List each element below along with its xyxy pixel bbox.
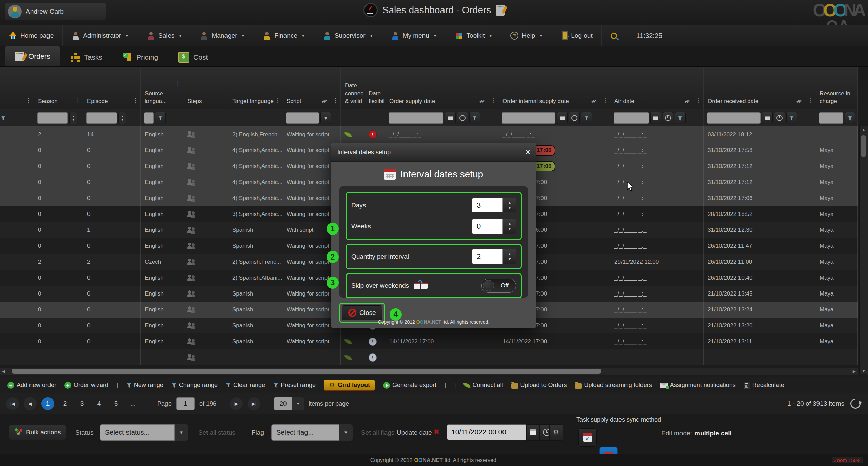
cell-steps[interactable] (183, 142, 228, 158)
cell-steps[interactable] (183, 254, 228, 270)
change-range-button[interactable]: Change range (172, 382, 218, 389)
sync-method-calendar-button[interactable] (578, 428, 597, 447)
column-menu-icon[interactable]: ⋮ (75, 97, 81, 105)
spinner-arrows-icon[interactable]: ▲▼ (503, 219, 516, 234)
refresh-icon[interactable] (848, 397, 863, 411)
funnel-button[interactable] (786, 112, 797, 124)
table-row[interactable]: 2 14 English 2) English,French... Waitin… (0, 126, 858, 142)
page-number-4[interactable]: 4 (93, 400, 105, 407)
cell-steps[interactable] (183, 302, 228, 318)
resource-filter-input[interactable] (819, 112, 843, 124)
source-filter-input[interactable] (144, 112, 154, 124)
recalculate-button[interactable]: Recalculate (744, 382, 784, 389)
skip-weekends-toggle[interactable]: Off (481, 279, 516, 293)
cell-steps[interactable] (183, 158, 228, 174)
column-menu-icon[interactable]: ⋮ (274, 97, 280, 105)
menu-search[interactable] (602, 25, 626, 46)
toggle-knob[interactable] (483, 280, 494, 291)
funnel-button[interactable] (675, 112, 686, 124)
funnel-button[interactable] (581, 112, 592, 124)
cell-steps[interactable] (183, 190, 228, 206)
column-menu-icon[interactable]: ⋮ (695, 97, 701, 105)
weeks-input[interactable]: 0 (472, 219, 503, 234)
table-row[interactable]: ! (0, 349, 858, 365)
column-menu-icon[interactable]: ⋮ (333, 97, 338, 105)
spinner-buttons[interactable]: ▲▼ (118, 112, 126, 124)
cell-steps[interactable] (183, 318, 228, 333)
scroll-down-icon[interactable]: ▼ (860, 369, 868, 373)
page-number-1[interactable]: 1 (41, 397, 54, 410)
header-script[interactable]: Script✔✔⋮ (282, 67, 341, 109)
calendar-button[interactable] (762, 112, 773, 124)
menu-my-menu[interactable]: My menu▼ (382, 25, 446, 46)
dialog-title-bar[interactable]: Interval dates setup × (331, 143, 536, 162)
date-settings-button[interactable]: ⚙ (549, 424, 563, 441)
spinner-buttons[interactable]: ▲▼ (69, 112, 77, 124)
calendar-button[interactable] (650, 112, 661, 124)
scroll-up-icon[interactable]: ▲ (860, 128, 868, 132)
header-date-flexibility[interactable]: Date flexibil (364, 67, 385, 109)
dropdown-button[interactable]: ▼ (320, 112, 331, 124)
header-season[interactable]: Season⋮ (34, 67, 83, 109)
column-menu-icon[interactable]: ⋮ (807, 97, 813, 105)
bulk-actions-button[interactable]: Bulk actions (9, 425, 66, 440)
header-selector[interactable]: ⋮ (8, 67, 34, 109)
items-per-page-select[interactable]: 20▼ (274, 397, 304, 410)
close-icon[interactable]: × (526, 148, 530, 157)
cell-steps[interactable] (183, 238, 228, 254)
received-filter-input[interactable] (707, 112, 761, 124)
table-row[interactable]: 0 0 English Spanish Waiting for script !… (0, 333, 858, 349)
funnel-button[interactable] (155, 112, 166, 124)
page-number-5[interactable]: 5 (110, 400, 122, 407)
header-steps[interactable]: Steps (183, 67, 228, 109)
page-input[interactable]: 1 (176, 397, 195, 410)
menu-supervisor[interactable]: Supervisor▼ (314, 25, 382, 46)
scroll-right-icon[interactable]: ▶ (853, 369, 856, 374)
menu-help[interactable]: ?Help▼ (501, 25, 552, 46)
menu-sales[interactable]: Sales▼ (138, 25, 191, 46)
funnel-button[interactable] (845, 112, 855, 124)
tab-pricing[interactable]: Pricing (113, 48, 168, 66)
horizontal-scroll-thumb[interactable] (12, 369, 601, 374)
menu-administrator[interactable]: Administrator▼ (63, 25, 138, 46)
header-episode[interactable]: Episode⋮ (83, 67, 141, 109)
quantity-stepper[interactable]: 2 ▲▼ (472, 249, 516, 264)
first-page-button[interactable]: |◀ (6, 397, 19, 410)
new-range-button[interactable]: New range (126, 382, 163, 389)
internal-filter-input[interactable] (502, 112, 555, 124)
generate-export-button[interactable]: Generate export (383, 382, 436, 389)
clock-button[interactable] (774, 112, 785, 124)
vertical-scrollbar[interactable]: ▲ ▼ (859, 126, 868, 374)
cell-steps[interactable] (183, 333, 228, 349)
column-menu-icon[interactable]: ⋮ (26, 97, 32, 105)
column-menu-icon[interactable]: ⋮ (133, 97, 138, 105)
cell-steps[interactable] (183, 206, 228, 222)
add-new-order-button[interactable]: +Add new order (7, 382, 56, 389)
menu-toolkit[interactable]: Toolkit▼ (446, 25, 502, 46)
previous-page-button[interactable]: ◀ (24, 397, 37, 410)
menu-home-page[interactable]: Home page (0, 25, 63, 46)
funnel-button[interactable] (469, 112, 480, 124)
scroll-left-icon[interactable]: ◀ (2, 369, 5, 374)
episode-filter-input[interactable] (86, 112, 117, 124)
script-filter-input[interactable] (286, 112, 319, 124)
flag-select[interactable]: Select flag...▼ (271, 424, 353, 441)
cell-steps[interactable] (183, 174, 228, 190)
order-wizard-button[interactable]: +Order wizard (64, 382, 108, 389)
tab-orders[interactable]: Orders (5, 46, 60, 66)
spinner-arrows-icon[interactable]: ▲▼ (503, 249, 516, 264)
clock-button[interactable] (457, 112, 468, 124)
header-order-received-date[interactable]: Order received date✔✔⋮ (704, 67, 815, 109)
vertical-scroll-thumb[interactable] (861, 135, 866, 157)
next-page-button[interactable]: ▶ (230, 397, 243, 410)
tab-tasks[interactable]: Tasks (60, 48, 113, 66)
close-button[interactable]: Close (342, 305, 382, 320)
column-menu-icon[interactable]: ⋮ (602, 97, 608, 105)
header-order-supply-date[interactable]: Order supply date✔✔⋮ (385, 67, 498, 109)
horizontal-scrollbar[interactable]: ◀ ▶ (0, 368, 858, 375)
header-order-internal-supply-date[interactable]: Order internal supply date✔✔⋮ (498, 67, 610, 109)
air-filter-input[interactable] (614, 112, 649, 124)
header-target-language[interactable]: Target language⋮ (228, 67, 282, 109)
clock-button[interactable] (569, 112, 580, 124)
tab-cost[interactable]: Cost (168, 48, 218, 66)
